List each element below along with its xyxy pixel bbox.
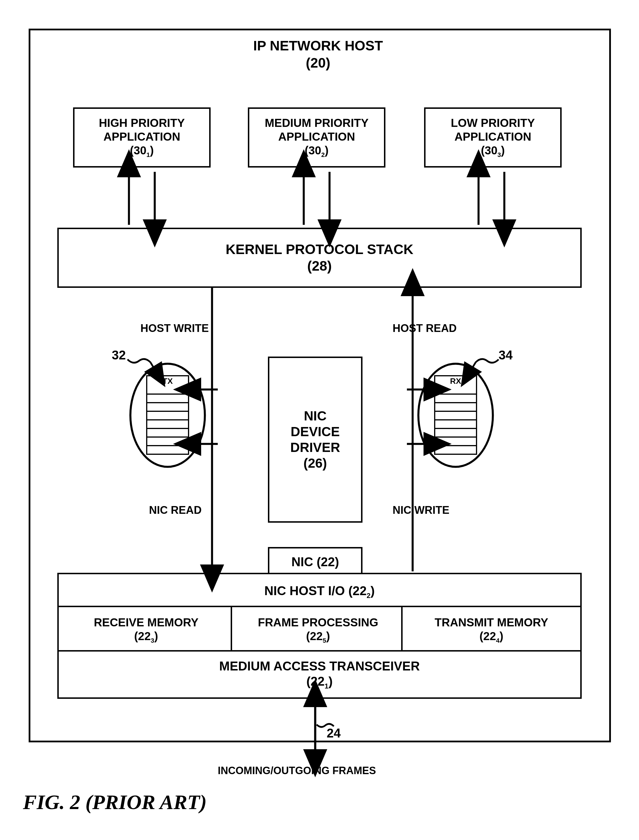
queue-slot	[434, 446, 477, 455]
tx-queue: TX	[146, 375, 189, 455]
queue-slot	[146, 412, 189, 420]
nic-tab: NIC (22)	[268, 547, 362, 576]
nic-device-driver: NIC DEVICE DRIVER (26)	[268, 357, 362, 523]
nic-transmit-memory: TRANSMIT MEMORY (224)	[401, 606, 582, 655]
kernel-protocol-stack: KERNEL PROTOCOL STACK (28)	[57, 228, 582, 288]
queue-slot	[434, 437, 477, 446]
queue-slot	[146, 429, 189, 437]
figure-caption: FIG. 2 (PRIOR ART)	[23, 791, 207, 814]
queue-slot	[434, 412, 477, 420]
queue-slot	[434, 395, 477, 403]
queue-slot	[146, 420, 189, 429]
app-medium-priority: MEDIUM PRIORITY APPLICATION (302)	[248, 108, 385, 168]
queue-slot	[434, 420, 477, 429]
bottom-ref-label: 24	[327, 726, 341, 740]
tx-queue-header: TX	[146, 375, 189, 386]
nic-host-io: NIC HOST I/O (222)	[57, 573, 582, 610]
queue-slot	[146, 403, 189, 412]
tx-ref-label: 32	[112, 348, 126, 362]
label-nic-write: NIC WRITE	[393, 504, 449, 517]
queue-slot	[146, 386, 189, 395]
host-title: IP NETWORK HOST (20)	[29, 37, 607, 71]
label-host-read: HOST READ	[393, 322, 457, 334]
rx-ref-label: 34	[499, 348, 513, 362]
label-nic-read: NIC READ	[149, 504, 202, 517]
queue-slot	[434, 386, 477, 395]
label-host-write: HOST WRITE	[140, 322, 209, 334]
rx-queue: RX	[434, 375, 477, 455]
queue-slot	[434, 429, 477, 437]
nic-receive-memory: RECEIVE MEMORY (223)	[57, 606, 235, 655]
queue-slot	[434, 403, 477, 412]
nic-medium-access-transceiver: MEDIUM ACCESS TRANSCEIVER (221)	[57, 650, 582, 699]
app-low-priority: LOW PRIORITY APPLICATION (303)	[424, 108, 562, 168]
rx-queue-header: RX	[434, 375, 477, 386]
nic-frame-processing: FRAME PROCESSING (225)	[230, 606, 405, 655]
queue-slot	[146, 437, 189, 446]
label-incoming-outgoing: INCOMING/OUTGOING FRAMES	[218, 765, 376, 777]
app-high-priority: HIGH PRIORITY APPLICATION (301)	[73, 108, 211, 168]
queue-slot	[146, 395, 189, 403]
diagram-canvas: IP NETWORK HOST (20) HIGH PRIORITY APPLI…	[11, 11, 628, 828]
queue-slot	[146, 446, 189, 455]
